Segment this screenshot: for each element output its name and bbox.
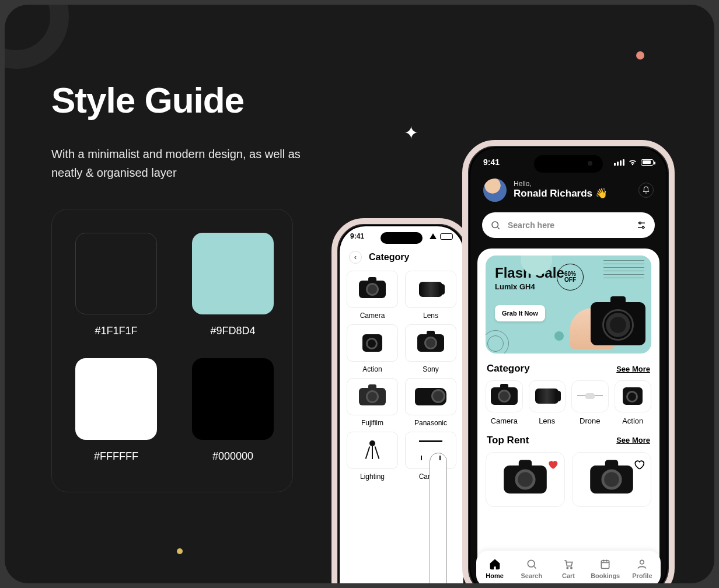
drone-icon xyxy=(577,391,603,401)
section-title-top-rent: Top Rent xyxy=(487,435,529,446)
camcorder-icon xyxy=(415,388,446,405)
category-label: Lens xyxy=(539,416,555,425)
decorative-dot xyxy=(636,51,644,60)
status-time: 9:41 xyxy=(350,232,364,240)
wifi-icon xyxy=(430,233,437,239)
lens-icon xyxy=(419,282,442,297)
svg-rect-6 xyxy=(602,561,609,568)
category-item[interactable]: Lens xyxy=(404,271,458,320)
category-item[interactable]: Lens xyxy=(529,380,566,425)
user-name: Ronald Richards 👋 xyxy=(514,187,608,200)
search-icon xyxy=(490,220,501,230)
canvas-icon xyxy=(419,440,442,460)
action-cam-icon xyxy=(362,334,382,352)
category-label: Action xyxy=(622,416,643,425)
search-icon xyxy=(526,558,537,570)
nav-search[interactable]: Search xyxy=(513,558,550,579)
category-item[interactable]: Camera xyxy=(486,380,523,425)
user-header: Hello, Ronald Richards 👋 xyxy=(470,167,666,210)
decorative-shape xyxy=(486,330,509,354)
category-label: Sony xyxy=(423,365,438,373)
decorative-shape xyxy=(554,331,564,341)
home-icon xyxy=(489,558,501,570)
banner-product-image xyxy=(570,285,645,349)
svg-point-4 xyxy=(567,568,568,569)
avatar[interactable] xyxy=(483,178,507,202)
nav-label: Home xyxy=(486,572,504,579)
category-item[interactable]: Action xyxy=(345,324,399,373)
swatch-hex: #1F1F1F xyxy=(95,325,137,337)
phone-notch xyxy=(381,232,423,244)
swatch-color xyxy=(75,358,157,440)
nav-label: Profile xyxy=(632,572,652,579)
phone-mock-main: 9:41 Hello, Ronald Richards 👋 xyxy=(462,140,675,583)
profile-icon xyxy=(636,558,648,570)
rent-card[interactable] xyxy=(572,452,651,507)
flash-sale-banner[interactable]: Flash Sale Lumix GH4 60% OFF Grab It Now xyxy=(486,256,651,354)
back-button[interactable]: ‹ xyxy=(349,251,362,264)
category-item[interactable]: Canvas xyxy=(404,432,458,481)
bell-icon xyxy=(642,186,650,194)
swatch-hex: #FFFFFF xyxy=(94,450,138,463)
action-cam-icon xyxy=(623,387,643,405)
product-image xyxy=(504,466,547,494)
nav-cart[interactable]: Cart xyxy=(550,558,587,579)
battery-icon xyxy=(440,233,453,240)
phone-mock-category: 9:41 ‹ Category Camera Lens xyxy=(331,218,472,583)
phone-notch xyxy=(534,155,603,173)
swatch: #9FD8D4 xyxy=(192,233,274,343)
category-label: Lighting xyxy=(360,473,385,481)
notifications-button[interactable] xyxy=(638,183,654,198)
svg-point-7 xyxy=(640,560,644,564)
category-label: Lens xyxy=(423,312,438,320)
category-item[interactable]: Sony xyxy=(404,324,458,373)
camera-icon xyxy=(359,281,386,298)
filter-icon[interactable] xyxy=(636,220,647,230)
decorative-ring xyxy=(5,5,69,69)
category-label: Camera xyxy=(360,312,385,320)
category-item[interactable]: Lighting xyxy=(345,432,399,481)
content-sheet: Flash Sale Lumix GH4 60% OFF Grab It Now xyxy=(477,249,659,575)
decorative-shape xyxy=(603,260,644,279)
swatch-hex: #000000 xyxy=(212,450,253,463)
swatch-color xyxy=(192,233,274,314)
greeting-label: Hello, xyxy=(514,180,608,187)
svg-point-3 xyxy=(528,560,535,567)
see-more-link[interactable]: See More xyxy=(616,365,650,373)
category-label: Panasonic xyxy=(414,419,447,427)
category-item[interactable]: Panasonic xyxy=(404,378,458,427)
favorite-button[interactable] xyxy=(633,459,645,470)
swatch-hex: #9FD8D4 xyxy=(210,325,255,337)
camera-icon xyxy=(417,334,444,352)
page-title: Style Guide xyxy=(51,79,244,121)
color-palette: #1F1F1F #9FD8D4 #FFFFFF #000000 xyxy=(51,209,293,492)
wifi-icon xyxy=(628,158,637,167)
see-more-link[interactable]: See More xyxy=(616,436,650,444)
swatch: #000000 xyxy=(192,358,274,468)
category-label: Camera xyxy=(491,416,518,425)
svg-point-1 xyxy=(639,222,641,224)
svg-point-2 xyxy=(642,226,644,228)
category-grid: Camera Lens Action Sony Fujifilm xyxy=(340,268,463,483)
status-time: 9:41 xyxy=(483,158,500,167)
category-item[interactable]: Camera xyxy=(345,271,399,320)
rent-card[interactable] xyxy=(486,452,565,507)
nav-label: Search xyxy=(521,572,542,579)
favorite-button[interactable] xyxy=(547,459,559,470)
nav-home[interactable]: Home xyxy=(476,558,513,579)
swatch-color xyxy=(75,233,157,314)
search-input[interactable]: Search here xyxy=(482,212,655,238)
nav-label: Cart xyxy=(562,572,575,579)
category-item[interactable]: Fujifilm xyxy=(345,378,399,427)
cart-icon xyxy=(563,558,574,570)
nav-profile[interactable]: Profile xyxy=(624,558,661,579)
category-item[interactable]: Drone xyxy=(571,380,609,425)
category-row: Camera Lens Drone Action xyxy=(486,380,651,425)
grab-it-now-button[interactable]: Grab It Now xyxy=(495,305,545,321)
nav-label: Bookings xyxy=(591,572,620,579)
nav-bookings[interactable]: Bookings xyxy=(587,558,624,579)
calendar-icon xyxy=(599,558,611,570)
category-item[interactable]: Action xyxy=(615,380,652,425)
sparkle-icon: ✦ xyxy=(404,123,418,143)
search-placeholder: Search here xyxy=(508,220,554,230)
